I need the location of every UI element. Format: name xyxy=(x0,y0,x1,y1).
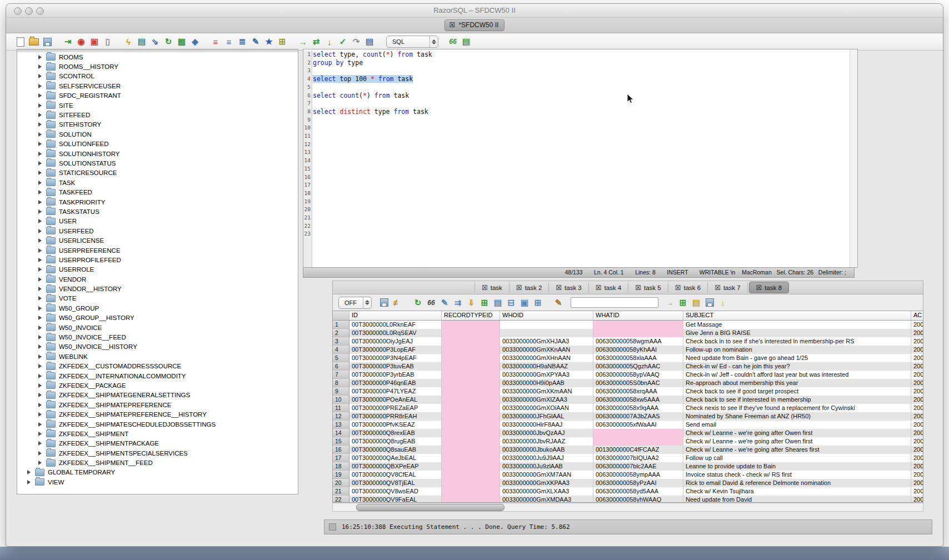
table-row[interactable]: 1500T3000000Q8rugEAB0033000000JbvRJAAZCh… xyxy=(333,437,923,446)
cell-whatid[interactable]: 00630000007blc2AAE xyxy=(593,462,683,471)
cell-id[interactable]: 00T3000000QV8CfEAL xyxy=(349,471,442,479)
disclosure-triangle-icon[interactable] xyxy=(38,93,42,98)
tree-item-zkfedex-shipment-feed[interactable]: ZKFEDEX__SHIPMENT__FEED xyxy=(17,458,298,467)
tree-item-zkfedex-shipmentpackage[interactable]: ZKFEDEX__SHIPMENTPACKAGE xyxy=(17,439,298,448)
cell-whatid[interactable]: 00630000005S0bnAAC xyxy=(593,379,683,387)
cell-whatid[interactable] xyxy=(593,429,683,437)
tree-item-vote[interactable]: VOTE xyxy=(17,294,298,303)
disclosure-triangle-icon[interactable] xyxy=(38,383,42,388)
cell-id[interactable]: 00T3000000QV9FaEAL xyxy=(349,496,442,503)
disclosure-triangle-icon[interactable] xyxy=(38,190,42,194)
code-line[interactable] xyxy=(313,173,850,182)
cell-id[interactable]: 00T3000000Q8rugEAB xyxy=(349,437,442,446)
cell-subject[interactable]: Check w/ Kevin Tsujihara xyxy=(683,487,911,496)
cell-subject[interactable]: Check back in to see if she's interested… xyxy=(683,337,911,346)
cell-whoid[interactable]: 0033000000GmXHJAA3 xyxy=(500,337,593,346)
table-row[interactable]: 1200T3000000PRR8rEAH0033000000JFhGlAAL00… xyxy=(333,412,923,421)
cell-recordtypeid[interactable] xyxy=(442,371,500,379)
cell-ac[interactable]: 200 xyxy=(911,487,923,496)
table-row[interactable]: 1400T3000000Q8rexEAB0033000000JbvQzAAJCh… xyxy=(333,429,923,437)
cell-ac[interactable]: 200 xyxy=(911,346,923,354)
table-row[interactable]: 800T3000000P46qnEAB0033000000H9i0pAAB006… xyxy=(333,379,923,387)
insert-row-icon[interactable]: ⇓ xyxy=(465,297,477,309)
tab-close-icon[interactable]: ☒ xyxy=(556,284,562,291)
code-line[interactable]: select count(*) from task xyxy=(313,92,850,100)
column-header-recordtypeid[interactable]: RECORDTYPEID xyxy=(442,311,500,320)
tree-item-site[interactable]: SITE xyxy=(17,101,298,110)
table-row[interactable]: 500T3000000P3N4pEAF0033000000GmXHnAAN006… xyxy=(333,354,923,362)
cell-subject[interactable]: Send email xyxy=(683,421,911,429)
row-number-cell[interactable]: 12 xyxy=(333,412,349,421)
cell-whoid[interactable]: 0033000000GmXLXAA3 xyxy=(500,487,593,496)
disclosure-triangle-icon[interactable] xyxy=(38,219,42,223)
cell-subject[interactable]: Give Jenn a BIG RAISE xyxy=(683,329,911,337)
row-number-cell[interactable]: 5 xyxy=(333,354,349,362)
grid-corner-header[interactable] xyxy=(333,311,349,320)
execute-sql-icon[interactable]: ϟ xyxy=(122,36,134,48)
disclosure-triangle-icon[interactable] xyxy=(38,84,42,88)
cell-subject[interactable]: Check w/ Leanne - we're going after Owen… xyxy=(683,437,911,446)
cell-recordtypeid[interactable] xyxy=(442,429,500,437)
sql-editor[interactable]: 1234567891011121314151617181920212223 se… xyxy=(303,49,858,268)
disclosure-triangle-icon[interactable] xyxy=(38,142,42,146)
cell-id[interactable]: 00T3000000OiyJgEAJ xyxy=(349,337,442,346)
cell-ac[interactable]: 200 xyxy=(911,329,923,337)
results-tab-task-2[interactable]: ☒task 2 xyxy=(510,282,549,293)
tree-item-taskfeed[interactable]: TASKFEED xyxy=(17,187,298,197)
cell-ac[interactable]: 200 xyxy=(911,437,923,446)
cell-whatid[interactable]: 006300000058yPzAAI xyxy=(593,479,683,487)
cell-ac[interactable]: 200 xyxy=(911,471,923,479)
copy-results-icon[interactable]: ▣ xyxy=(518,297,531,309)
save-file-icon[interactable] xyxy=(41,36,53,48)
tree-item-userpreference[interactable]: USERPREFERENCE xyxy=(17,246,298,255)
results-tab-task-3[interactable]: ☒task 3 xyxy=(549,282,588,293)
statement-type-select[interactable]: SQL xyxy=(386,36,438,48)
cell-subject[interactable]: Re-approach about membership this year xyxy=(683,379,911,387)
tab-close-icon[interactable]: ☒ xyxy=(635,284,641,291)
tree-item-rooms[interactable]: ROOMS xyxy=(17,52,298,62)
row-number-cell[interactable]: 22 xyxy=(333,496,349,503)
row-number-cell[interactable]: 18 xyxy=(333,462,349,471)
form-view-icon[interactable]: ⊟ xyxy=(505,297,517,309)
disclosure-triangle-icon[interactable] xyxy=(38,287,42,291)
tree-item-zkfedex-package[interactable]: ZKFEDEX__PACKAGE xyxy=(17,381,298,390)
cell-recordtypeid[interactable] xyxy=(442,329,500,337)
cell-whoid[interactable]: 0033000000GmXKmAAN xyxy=(500,387,593,396)
cell-subject[interactable]: Check back to see if interested in membe… xyxy=(683,396,911,404)
edit-record-icon[interactable]: ✎ xyxy=(438,297,451,309)
tab-close-icon[interactable]: ☒ xyxy=(449,22,456,28)
table-row[interactable]: 1100T3000000PREZaEAP0033000000GmXOiAAN00… xyxy=(333,404,923,412)
edit-sql-icon[interactable]: ✎ xyxy=(249,36,262,48)
cell-whatid[interactable]: 00630000005QgzhAAC xyxy=(593,362,683,371)
row-number-cell[interactable]: 14 xyxy=(333,429,349,437)
code-line[interactable] xyxy=(313,181,850,189)
code-line[interactable] xyxy=(313,230,850,238)
refresh-results-icon[interactable]: ↻ xyxy=(412,297,424,309)
code-line[interactable] xyxy=(313,132,850,141)
format-sql-icon[interactable]: ≡ xyxy=(223,36,235,48)
row-number-cell[interactable]: 3 xyxy=(333,337,349,346)
code-line[interactable] xyxy=(313,206,850,214)
tree-item-w50-group-history[interactable]: W50_GROUP__HISTORY xyxy=(17,313,298,323)
row-number-cell[interactable]: 16 xyxy=(333,446,349,454)
disclosure-triangle-icon[interactable] xyxy=(38,181,42,185)
cell-id[interactable]: 00T3000000L0RqSEAV xyxy=(349,329,442,337)
cell-whatid[interactable] xyxy=(593,329,683,337)
row-number-cell[interactable]: 7 xyxy=(333,371,349,379)
cell-id[interactable]: 00T3000000PfvKSEAZ xyxy=(349,421,442,429)
stepper-icon[interactable] xyxy=(363,297,371,308)
cell-whoid[interactable] xyxy=(500,321,593,329)
code-line[interactable] xyxy=(313,157,850,165)
cell-ac[interactable]: 200 xyxy=(911,429,923,437)
disclosure-triangle-icon[interactable] xyxy=(38,393,42,397)
cell-recordtypeid[interactable] xyxy=(442,362,500,371)
refresh-icon[interactable]: ↻ xyxy=(162,36,174,48)
tree-item-user[interactable]: USER xyxy=(17,217,298,226)
code-line[interactable] xyxy=(313,99,850,108)
new-file-icon[interactable] xyxy=(14,36,27,48)
tree-item-zkfedex-shipmatescheduledjobssettings[interactable]: ZKFEDEX__SHIPMATESCHEDULEDJOBSSETTINGS xyxy=(17,419,298,429)
column-header-id[interactable]: ID xyxy=(349,311,442,320)
results-tab-task[interactable]: ☒task xyxy=(474,282,510,293)
cell-ac[interactable]: 200 xyxy=(911,337,923,346)
row-number-cell[interactable]: 1 xyxy=(333,321,349,329)
